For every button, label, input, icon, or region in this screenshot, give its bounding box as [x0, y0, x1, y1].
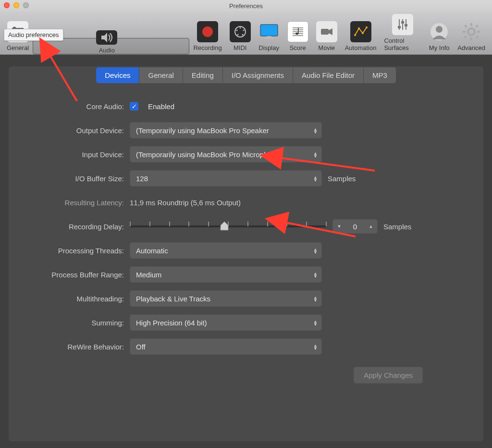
chevron-updown-icon: ▲▼	[313, 320, 318, 325]
toolbar-label: General	[7, 44, 29, 51]
svg-rect-33	[398, 26, 401, 28]
process-buffer-range-label: Process Buffer Range:	[26, 271, 130, 279]
core-audio-checkbox[interactable]: ✓	[130, 102, 138, 111]
latency-label: Resulting Latency:	[26, 199, 130, 207]
automation-icon	[350, 21, 371, 42]
svg-point-38	[468, 28, 475, 35]
svg-rect-39	[470, 23, 472, 26]
toolbar-label: MIDI	[234, 44, 246, 51]
camera-icon	[316, 21, 337, 42]
recording-delay-suffix: Samples	[383, 223, 411, 231]
recording-delay-label: Recording Delay:	[26, 223, 130, 231]
toolbar-item-score[interactable]: Score	[283, 13, 312, 54]
close-icon[interactable]	[4, 2, 10, 8]
svg-rect-14	[260, 25, 278, 36]
svg-point-37	[436, 26, 443, 33]
display-icon	[258, 21, 280, 42]
audio-devices-panel: Devices General Editing I/O Assignments …	[9, 66, 483, 441]
chevron-updown-icon: ▲▼	[313, 248, 318, 253]
recording-delay-value: 0	[345, 223, 365, 231]
svg-point-7	[202, 26, 213, 37]
toolbar-item-advanced[interactable]: Advanced	[454, 13, 489, 54]
stepper-up-icon[interactable]: ▲	[365, 219, 377, 234]
toolbar-item-display[interactable]: Display	[255, 13, 283, 54]
io-buffer-value: 128	[136, 174, 148, 183]
svg-rect-35	[405, 24, 407, 26]
toolbar-item-my-info[interactable]: My Info	[425, 13, 454, 54]
core-audio-enabled-label: Enabled	[148, 102, 174, 111]
stepper-down-icon[interactable]: ▼	[333, 219, 345, 234]
svg-rect-45	[476, 25, 479, 27]
preferences-toolbar: Audio preferences General Audio Recordin…	[0, 12, 492, 55]
summing-select[interactable]: High Precision (64 bit) ▲▼	[130, 314, 322, 331]
tab-devices[interactable]: Devices	[96, 67, 139, 83]
svg-rect-42	[477, 31, 480, 33]
score-icon	[287, 21, 308, 42]
gear-icon	[461, 21, 482, 42]
tab-mp3[interactable]: MP3	[364, 67, 396, 83]
multithreading-select[interactable]: Playback & Live Tracks ▲▼	[130, 290, 322, 307]
process-buffer-range-select[interactable]: Medium ▲▼	[130, 266, 322, 283]
toolbar-label: Audio	[99, 47, 115, 54]
tab-general[interactable]: General	[139, 67, 183, 83]
minimize-icon[interactable]	[13, 2, 19, 8]
chevron-updown-icon: ▲▼	[313, 175, 318, 181]
toolbar-item-recording[interactable]: Recording	[189, 13, 225, 54]
svg-marker-25	[329, 28, 332, 35]
core-audio-label: Core Audio:	[26, 102, 130, 111]
svg-rect-23	[298, 28, 299, 34]
rewire-value: Off	[136, 343, 146, 351]
svg-point-29	[366, 26, 368, 28]
tab-audio-file-editor[interactable]: Audio File Editor	[293, 67, 364, 83]
input-device-label: Input Device:	[26, 150, 130, 159]
io-buffer-label: I/O Buffer Size:	[26, 174, 130, 183]
svg-rect-15	[267, 36, 271, 37]
tab-editing[interactable]: Editing	[183, 67, 223, 83]
svg-marker-6	[101, 33, 107, 42]
svg-rect-24	[321, 29, 329, 35]
chevron-updown-icon: ▲▼	[313, 127, 318, 133]
toolbar-label: Display	[258, 44, 279, 51]
record-icon	[197, 21, 218, 42]
mixer-icon	[392, 14, 413, 35]
processing-threads-select[interactable]: Automatic ▲▼	[130, 242, 322, 259]
svg-point-28	[362, 32, 364, 34]
svg-rect-46	[464, 36, 467, 38]
toolbar-label: Automation	[345, 44, 377, 51]
slider-thumb-icon	[220, 221, 229, 231]
toolbar-item-automation[interactable]: Automation	[341, 13, 381, 54]
chevron-updown-icon: ▲▼	[313, 296, 318, 301]
toolbar-item-control-surfaces[interactable]: Control Surfaces	[380, 13, 425, 54]
apply-changes-button[interactable]: Apply Changes	[354, 367, 423, 384]
tab-io-assignments[interactable]: I/O Assignments	[223, 67, 293, 83]
svg-rect-16	[264, 37, 274, 39]
person-icon	[429, 21, 450, 42]
recording-delay-stepper[interactable]: ▼ 0 ▲	[332, 219, 378, 234]
svg-point-26	[354, 34, 356, 36]
svg-point-10	[236, 30, 237, 31]
sub-tab-bar: Devices General Editing I/O Assignments …	[9, 66, 483, 83]
toolbar-item-movie[interactable]: Movie	[312, 13, 341, 54]
toolbar-label: Control Surfaces	[384, 37, 421, 51]
toolbar-item-midi[interactable]: MIDI	[226, 13, 255, 54]
svg-marker-47	[221, 222, 228, 230]
toolbar-label: Recording	[193, 44, 221, 51]
io-buffer-suffix: Samples	[328, 174, 356, 183]
input-device-select[interactable]: (Temporarily using MacBook Pro Microph ▲…	[130, 146, 322, 162]
toolbar-label: Score	[290, 44, 306, 51]
multithreading-value: Playback & Live Tracks	[136, 295, 210, 303]
processing-threads-value: Automatic	[136, 247, 168, 255]
output-device-select[interactable]: (Temporarily using MacBook Pro Speaker ▲…	[130, 122, 322, 138]
svg-rect-44	[476, 36, 479, 38]
recording-delay-slider[interactable]	[130, 222, 327, 231]
rewire-select[interactable]: Off ▲▼	[130, 338, 322, 355]
svg-rect-41	[463, 31, 466, 33]
zoom-icon[interactable]	[23, 2, 29, 8]
chevron-updown-icon: ▲▼	[313, 151, 318, 157]
svg-rect-43	[464, 25, 467, 27]
io-buffer-select[interactable]: 128 ▲▼	[130, 170, 322, 187]
process-buffer-range-value: Medium	[136, 271, 161, 279]
svg-point-27	[358, 27, 360, 29]
summing-value: High Precision (64 bit)	[136, 319, 207, 327]
input-device-value: (Temporarily using MacBook Pro Microph	[136, 150, 268, 159]
